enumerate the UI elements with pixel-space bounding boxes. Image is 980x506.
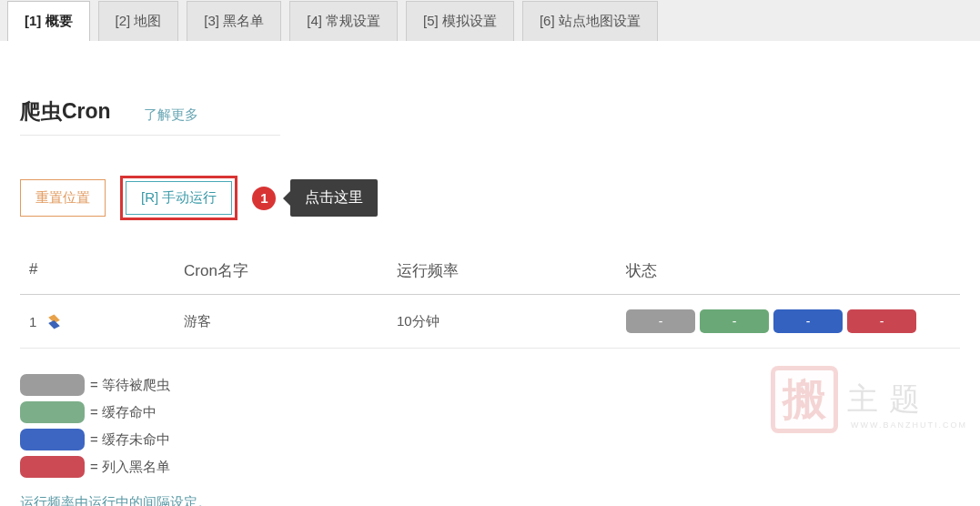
manual-run-button[interactable]: [R] 手动运行 — [126, 181, 232, 215]
cron-table: # Cron名字 运行频率 状态 1 游客 10分钟 - - - — [20, 253, 960, 349]
learn-more-link[interactable]: 了解更多 — [144, 106, 198, 126]
action-row: 重置位置 [R] 手动运行 1 点击这里 — [20, 176, 960, 220]
section-header: 爬虫Cron 了解更多 — [20, 97, 280, 136]
tab-general-settings[interactable]: [4] 常规设置 — [289, 1, 398, 41]
tab-sitemap-settings[interactable]: [6] 站点地图设置 — [522, 1, 658, 41]
col-index: # — [29, 260, 184, 281]
col-freq: 运行频率 — [397, 260, 626, 281]
legend: = 等待被爬虫 = 缓存命中 = 缓存未命中 = 列入黑名单 — [20, 374, 960, 478]
click-here-tooltip: 点击这里 — [290, 179, 378, 217]
legend-label: = 缓存未命中 — [90, 431, 170, 449]
highlight-frame: [R] 手动运行 — [120, 176, 237, 220]
legend-swatch-green — [20, 401, 85, 423]
status-pill-blacklist[interactable]: - — [847, 309, 916, 333]
tab-bar: [1] 概要 [2] 地图 [3] 黑名单 [4] 常规设置 [5] 模拟设置 … — [0, 0, 980, 41]
reset-position-button[interactable]: 重置位置 — [20, 179, 106, 217]
tab-map[interactable]: [2] 地图 — [98, 1, 179, 41]
step-badge: 1 — [252, 187, 276, 210]
table-header: # Cron名字 运行频率 状态 — [20, 253, 960, 295]
tab-overview[interactable]: [1] 概要 — [7, 1, 90, 41]
legend-item-hit: = 缓存命中 — [20, 401, 960, 423]
status-pill-hit[interactable]: - — [700, 309, 769, 333]
legend-swatch-gray — [20, 374, 85, 396]
footer-note: 运行频率由运行中的间隔设定。 — [20, 494, 960, 506]
legend-item-miss: = 缓存未命中 — [20, 429, 960, 450]
table-row: 1 游客 10分钟 - - - - — [20, 295, 960, 349]
section-title: 爬虫Cron — [20, 97, 111, 126]
tab-blacklist[interactable]: [3] 黑名单 — [187, 1, 281, 41]
row-name: 游客 — [184, 313, 397, 330]
col-status: 状态 — [626, 260, 951, 281]
col-name: Cron名字 — [184, 260, 397, 281]
status-pill-miss[interactable]: - — [773, 309, 843, 333]
row-index: 1 — [29, 314, 36, 329]
legend-label: = 等待被爬虫 — [90, 377, 170, 394]
legend-swatch-red — [20, 456, 85, 478]
legend-item-blacklist: = 列入黑名单 — [20, 456, 960, 478]
tab-simulation-settings[interactable]: [5] 模拟设置 — [406, 1, 514, 41]
crawler-icon — [45, 313, 63, 330]
row-freq: 10分钟 — [397, 313, 626, 330]
content-panel: 爬虫Cron 了解更多 重置位置 [R] 手动运行 1 点击这里 # Cron名… — [0, 41, 980, 506]
legend-label: = 缓存命中 — [90, 404, 157, 421]
legend-label: = 列入黑名单 — [90, 459, 170, 476]
legend-item-waiting: = 等待被爬虫 — [20, 374, 960, 396]
legend-swatch-blue — [20, 429, 85, 450]
status-pill-waiting[interactable]: - — [626, 309, 695, 333]
